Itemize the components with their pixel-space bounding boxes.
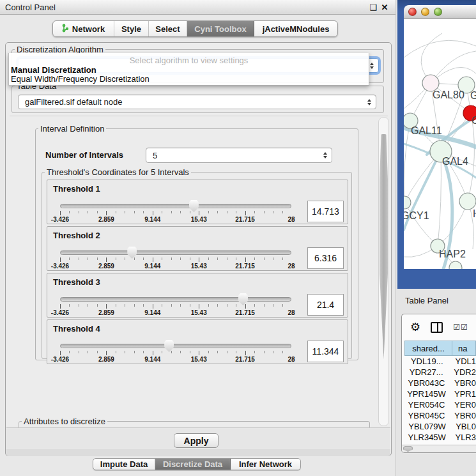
tick-label: 15.43 bbox=[191, 216, 207, 223]
float-window-icon[interactable]: ❑ bbox=[367, 3, 379, 12]
threshold-label: Threshold 3 bbox=[53, 277, 100, 287]
number-of-intervals-combobox[interactable]: 5 bbox=[146, 148, 332, 163]
tab-jactivemnodules[interactable]: jActiveMNodules bbox=[254, 21, 337, 36]
apply-footer: Apply bbox=[6, 427, 390, 449]
panel-bottom-strip bbox=[6, 449, 390, 456]
table-panel-title: Table Panel bbox=[405, 296, 449, 305]
columns-icon[interactable] bbox=[431, 322, 443, 333]
tab-network[interactable]: Network bbox=[53, 21, 114, 36]
table-row[interactable]: YBR043CYBR0 bbox=[404, 378, 476, 388]
panel-vertical-scrollbar[interactable] bbox=[378, 117, 389, 426]
tab-style[interactable]: Style bbox=[114, 21, 149, 36]
threshold-value-field[interactable] bbox=[307, 201, 344, 222]
tick-label: 21.715 bbox=[235, 309, 255, 316]
threshold-value-field[interactable] bbox=[307, 294, 344, 316]
network-node-label: GAL80 bbox=[433, 89, 464, 100]
tab-select[interactable]: Select bbox=[149, 21, 187, 36]
thresholds-title: Threshold's Coordinates for 5 Intervals bbox=[45, 167, 191, 177]
network-node-label: G bbox=[470, 90, 476, 101]
window-title: Control Panel bbox=[5, 3, 56, 12]
table-row[interactable]: YLR345WYLR3 bbox=[404, 432, 476, 443]
tick-label: 28 bbox=[288, 216, 295, 223]
network-edge[interactable] bbox=[438, 151, 441, 246]
network-edge[interactable] bbox=[404, 203, 438, 246]
tab-cyni-toolbox[interactable]: Cyni Toolbox bbox=[187, 21, 254, 36]
network-node-label: GAL11 bbox=[411, 125, 442, 136]
tab-discretize-data[interactable]: Discretize Data bbox=[155, 459, 231, 470]
table-panel: ⚙ ☑☑ shared... na YDL19...YDL1YDR27...YD… bbox=[401, 314, 476, 453]
table-row[interactable]: YDL19...YDL1 bbox=[404, 356, 476, 367]
scrollbar-thumb[interactable] bbox=[380, 134, 388, 359]
network-edge[interactable] bbox=[404, 40, 476, 58]
tab-impute-data[interactable]: Impute Data bbox=[93, 459, 155, 470]
threshold-slider[interactable]: -3.4262.8599.14415.4321.71528 bbox=[60, 293, 291, 317]
tick-label: 15.43 bbox=[191, 309, 207, 316]
slider-tick-labels: -3.4262.8599.14415.4321.71528 bbox=[60, 309, 291, 317]
popup-option-equal-width-frequency[interactable]: Equal Width/Frequency Discretization bbox=[11, 74, 367, 84]
tick-label: 9.144 bbox=[144, 263, 160, 270]
table-data-group: Table Data galFiltered.sif default node bbox=[12, 81, 384, 113]
network-window-titlebar[interactable] bbox=[404, 5, 476, 19]
slider-tick-labels: -3.4262.8599.14415.4321.71528 bbox=[60, 356, 291, 364]
threshold-value-field[interactable] bbox=[307, 247, 344, 269]
column-header-name[interactable]: na bbox=[452, 341, 476, 356]
tick-label: 2.859 bbox=[98, 263, 114, 270]
tick-label: 2.859 bbox=[98, 309, 114, 316]
close-window-icon[interactable]: ✕ bbox=[379, 3, 390, 12]
threshold-slider[interactable]: -3.4262.8599.14415.4321.71528 bbox=[60, 199, 291, 224]
combobox-arrows-icon[interactable] bbox=[319, 152, 332, 158]
tick-label: 2.859 bbox=[98, 356, 114, 363]
tab-bar: NetworkStyleSelectCyni ToolboxjActiveMNo… bbox=[52, 20, 338, 37]
table-horizontal-scrollbar[interactable] bbox=[402, 445, 476, 452]
slider-track[interactable] bbox=[60, 250, 291, 255]
minimize-traffic-light-icon[interactable] bbox=[421, 8, 429, 16]
threshold-slider[interactable]: -3.4262.8599.14415.4321.71528 bbox=[60, 246, 291, 270]
zoom-traffic-light-icon[interactable] bbox=[434, 8, 442, 16]
table-data-combobox[interactable]: galFiltered.sif default node bbox=[18, 95, 376, 109]
tick-label: 15.43 bbox=[191, 263, 207, 270]
tick-label: 21.715 bbox=[235, 263, 255, 270]
table-row[interactable]: YPR145WYPR1 bbox=[404, 388, 476, 399]
tick-label: 9.144 bbox=[144, 216, 160, 223]
tick-label: 28 bbox=[288, 263, 295, 270]
slider-tick-labels: -3.4262.8599.14415.4321.71528 bbox=[60, 263, 291, 270]
control-panel-window: Control Panel ❑ ✕ NetworkStyleSelectCyni… bbox=[0, 0, 396, 476]
table-row[interactable]: YER054CYER0 bbox=[404, 399, 476, 410]
column-header-shared-name[interactable]: shared... bbox=[404, 341, 452, 356]
popup-option-manual-discretization[interactable]: Manual Discretization bbox=[11, 65, 367, 75]
slider-track[interactable] bbox=[60, 297, 291, 302]
tick-label: 21.715 bbox=[235, 216, 255, 223]
apply-button[interactable]: Apply bbox=[174, 433, 219, 448]
threshold-panel: Threshold 4 -3.4262.8599.14415.4321.7152… bbox=[47, 319, 348, 364]
table-toolbar: ⚙ ☑☑ bbox=[402, 314, 476, 340]
threshold-label: Threshold 4 bbox=[53, 324, 100, 334]
scrollbar-thumb[interactable] bbox=[403, 446, 413, 452]
slider-major-ticks bbox=[60, 211, 291, 215]
threshold-panel: Threshold 2 -3.4262.8599.14415.4321.7152… bbox=[47, 226, 348, 271]
select-columns-checkboxes-icon[interactable]: ☑☑ bbox=[453, 323, 468, 332]
table-row[interactable]: YBL079WYBL0 bbox=[404, 421, 476, 432]
tab-infer-network[interactable]: Infer Network bbox=[231, 459, 300, 470]
table-row[interactable]: YDR27...YDR2 bbox=[404, 367, 476, 378]
network-node[interactable] bbox=[404, 196, 411, 209]
slider-track[interactable] bbox=[60, 344, 291, 348]
network-edge[interactable] bbox=[468, 113, 474, 201]
attributes-label: Attributes to discretize bbox=[22, 417, 107, 426]
network-node[interactable] bbox=[459, 193, 476, 210]
slider-track[interactable] bbox=[60, 204, 291, 208]
threshold-value-field[interactable] bbox=[307, 341, 344, 362]
tick-label: 15.43 bbox=[191, 356, 207, 363]
table-row[interactable]: YBR045CYBR0 bbox=[404, 410, 476, 421]
algorithm-placeholder-text: Select algorithm to view settings bbox=[9, 56, 369, 65]
network-node-label: GAL4 bbox=[442, 156, 468, 167]
threshold-slider[interactable]: -3.4262.8599.14415.4321.71528 bbox=[60, 339, 291, 364]
slider-major-ticks bbox=[60, 257, 291, 262]
bottom-tab-bar: Impute DataDiscretize DataInfer Network bbox=[93, 458, 301, 470]
network-edge[interactable] bbox=[404, 121, 410, 203]
network-node[interactable] bbox=[449, 261, 462, 269]
network-canvas[interactable]: GAL80GGAL11CGAL4GCY1HHAP2 bbox=[404, 19, 476, 269]
combobox-arrows-icon[interactable] bbox=[363, 99, 376, 105]
control-panel-titlebar: Control Panel ❑ ✕ bbox=[0, 0, 395, 15]
close-traffic-light-icon[interactable] bbox=[408, 8, 417, 16]
gear-icon[interactable]: ⚙ bbox=[410, 321, 420, 333]
